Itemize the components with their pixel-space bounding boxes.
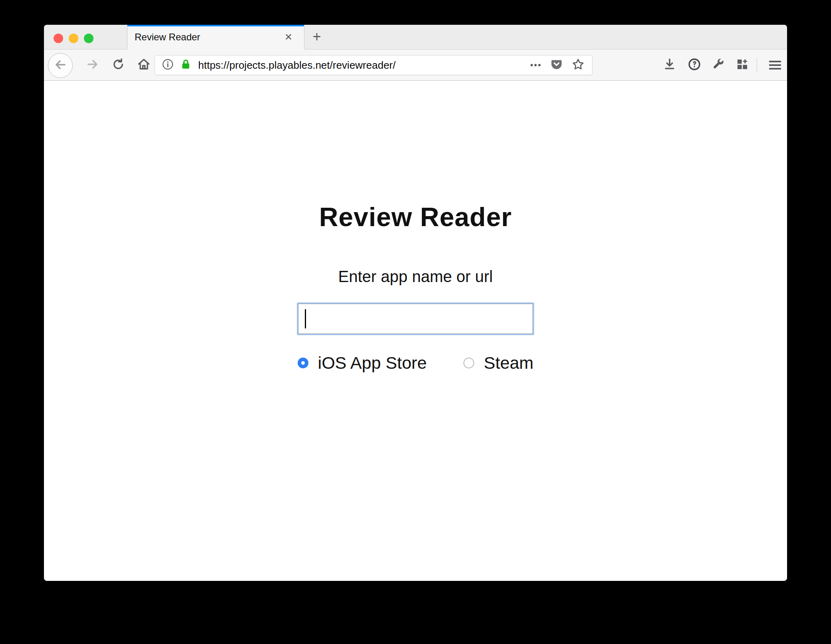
navigation-toolbar: https://projects.playables.net/reviewrea…: [44, 50, 787, 81]
downloads-icon: [662, 57, 677, 73]
forward-button[interactable]: [82, 50, 104, 81]
hamburger-menu-icon: [769, 59, 781, 72]
back-icon: [54, 58, 67, 73]
browser-window: Review Reader ✕ +: [44, 25, 787, 581]
site-info-icon[interactable]: [161, 58, 174, 72]
page-actions-icon[interactable]: •••: [530, 60, 542, 70]
traffic-light-close-button[interactable]: [54, 34, 63, 43]
lock-icon[interactable]: [180, 58, 192, 72]
text-cursor: [305, 309, 306, 328]
store-option-steam[interactable]: Steam: [463, 353, 533, 373]
tab-title: Review Reader: [135, 25, 200, 50]
reload-button[interactable]: [107, 50, 129, 81]
back-button[interactable]: [48, 53, 73, 78]
tools-button[interactable]: [706, 50, 730, 81]
tab-review-reader[interactable]: Review Reader ✕: [127, 25, 304, 50]
page-content: Review Reader Enter app name or url iOS …: [44, 81, 787, 581]
radio-ios-app-store[interactable]: [298, 358, 308, 368]
store-option-ios[interactable]: iOS App Store: [298, 353, 427, 373]
url-bar[interactable]: https://projects.playables.net/reviewrea…: [155, 55, 592, 75]
wrench-icon: [712, 58, 725, 73]
addons-button[interactable]: [730, 50, 754, 81]
home-icon: [137, 57, 151, 73]
new-tab-button[interactable]: +: [310, 30, 324, 44]
tab-bar: Review Reader ✕ +: [44, 25, 787, 50]
url-text: https://projects.playables.net/reviewrea…: [198, 59, 530, 72]
reload-icon: [111, 58, 125, 73]
home-button[interactable]: [133, 50, 155, 81]
page-title: Review Reader: [44, 202, 787, 232]
store-options: iOS App Store Steam: [44, 353, 787, 373]
radio-label-steam[interactable]: Steam: [484, 353, 533, 373]
addons-grid-icon: [736, 58, 749, 73]
tab-close-icon[interactable]: ✕: [282, 31, 294, 43]
bookmark-star-icon[interactable]: [571, 58, 585, 73]
traffic-light-minimize-button[interactable]: [69, 34, 78, 43]
menu-button[interactable]: [763, 50, 787, 81]
app-input-focus-ring: [297, 302, 534, 335]
prompt-label: Enter app name or url: [44, 268, 787, 286]
downloads-button[interactable]: [657, 50, 682, 81]
help-circle-icon: [687, 57, 702, 73]
pocket-icon[interactable]: [550, 58, 563, 73]
radio-label-ios[interactable]: iOS App Store: [318, 353, 427, 373]
app-name-input[interactable]: [298, 304, 533, 334]
traffic-light-zoom-button[interactable]: [84, 34, 93, 43]
help-circle-button[interactable]: [682, 50, 706, 81]
radio-steam[interactable]: [463, 358, 474, 368]
toolbar-separator: [757, 58, 757, 73]
forward-icon: [86, 58, 99, 73]
